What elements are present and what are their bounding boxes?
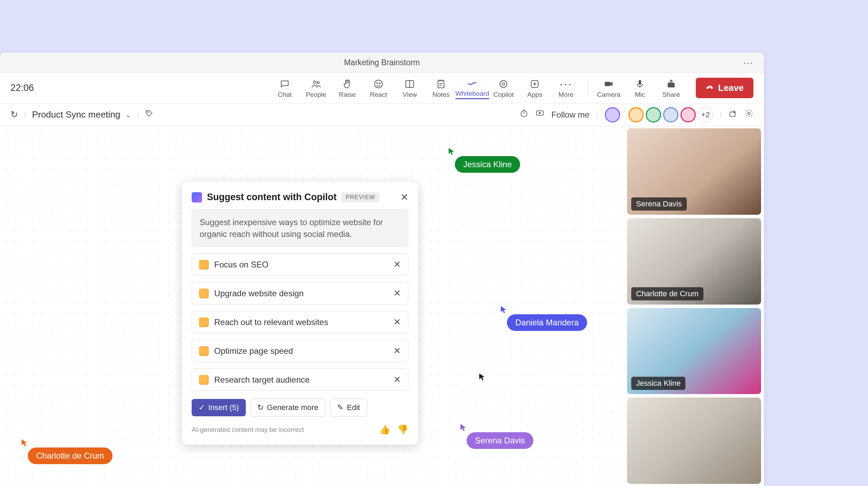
avatar[interactable] (605, 107, 620, 122)
remove-suggestion-icon[interactable]: ✕ (393, 317, 401, 327)
raise-label: Raise (339, 91, 356, 99)
remove-suggestion-icon[interactable]: ✕ (393, 288, 401, 299)
suggestion-item[interactable]: Reach out to relevant websites ✕ (192, 311, 408, 333)
copilot-footer: AI-generated content may be incorrect 👍 … (192, 424, 408, 435)
subbar-left: ↻ | Product Sync meeting ⌄ | (10, 109, 153, 120)
copilot-header: Suggest content with Copilot PREVIEW ✕ (192, 191, 408, 203)
notes-icon (436, 78, 446, 90)
cursor-icon (21, 438, 28, 447)
toolbar-buttons: Chat People Raise React (271, 76, 753, 100)
pencil-icon: ✎ (337, 403, 343, 412)
thumbs-up-icon[interactable]: 👍 (379, 424, 390, 435)
camera-icon (603, 78, 614, 90)
react-button[interactable]: React (365, 76, 392, 100)
close-icon[interactable]: ✕ (400, 191, 408, 203)
mic-label: Mic (635, 91, 645, 99)
board-name-dropdown[interactable]: Product Sync meeting ⌄ (32, 109, 131, 120)
more-options-icon[interactable]: ··· (743, 57, 753, 68)
webcam-tile[interactable]: Serena Davis (627, 128, 761, 215)
sticky-note-icon (199, 317, 209, 327)
cursor-icon (478, 373, 486, 382)
svg-point-2 (375, 80, 383, 88)
chat-button[interactable]: Chat (271, 76, 298, 100)
svg-rect-7 (438, 80, 444, 88)
tag-icon[interactable] (145, 109, 153, 120)
leave-label: Leave (718, 83, 744, 93)
react-icon (373, 78, 384, 90)
settings-icon[interactable] (744, 109, 753, 120)
webcam-tile[interactable] (627, 398, 761, 484)
avatar[interactable] (646, 107, 661, 122)
edit-button[interactable]: ✎ Edit (330, 399, 367, 417)
notes-button[interactable]: Notes (427, 76, 454, 100)
subbar-right: Follow me | | +2 | (519, 107, 753, 122)
share-board-icon[interactable] (728, 109, 737, 120)
suggestion-item[interactable]: Optimize page speed ✕ (192, 340, 408, 362)
avatar-overflow-count[interactable]: +2 (698, 107, 713, 122)
insert-label: Insert (5) (208, 403, 239, 412)
apps-button[interactable]: Apps (521, 76, 548, 100)
share-label: Share (662, 91, 680, 99)
content-area: Jessica Kline Daniela Mandera Serena Dav… (0, 126, 764, 486)
timer-icon[interactable] (519, 109, 528, 120)
svg-point-14 (502, 83, 505, 85)
sticky-note-icon (199, 289, 209, 298)
avatar[interactable] (663, 107, 678, 122)
webcam-name: Serena Davis (631, 197, 687, 211)
chat-icon (279, 78, 290, 90)
webcam-tile[interactable]: Charlotte de Crum (627, 218, 761, 305)
leave-icon (706, 84, 715, 93)
view-label: View (403, 91, 417, 99)
view-icon (404, 78, 415, 90)
participant-avatars: | +2 (605, 107, 713, 122)
svg-point-21 (147, 112, 148, 113)
follow-me-label[interactable]: Follow me (551, 110, 589, 120)
cursor-label: Jessica Kline (455, 156, 520, 173)
avatar[interactable] (681, 107, 696, 122)
webcam-name: Jessica Kline (631, 377, 685, 390)
whiteboard-button[interactable]: Whiteboard (459, 76, 486, 100)
view-button[interactable]: View (396, 76, 423, 100)
raise-button[interactable]: Raise (334, 76, 361, 100)
remote-cursor-charlotte: Charlotte de Crum (21, 438, 112, 464)
thumbs-down-icon[interactable]: 👎 (397, 424, 408, 435)
remote-cursor-black (478, 373, 486, 383)
mic-button[interactable]: Mic (626, 76, 653, 100)
insert-button[interactable]: ✓ Insert (5) (192, 399, 246, 416)
generate-more-button[interactable]: ↻ Generate more (250, 399, 326, 417)
remote-cursor-daniela: Daniela Mandera (500, 305, 587, 331)
redo-icon[interactable]: ↻ (10, 109, 18, 120)
more-button[interactable]: ··· More (552, 76, 579, 100)
remove-suggestion-icon[interactable]: ✕ (393, 259, 401, 270)
svg-rect-18 (605, 82, 610, 86)
suggestion-item[interactable]: Research target audience ✕ (192, 368, 408, 391)
more-label: More (559, 91, 574, 99)
meeting-title: Marketing Brainstorm (344, 58, 420, 67)
svg-point-4 (379, 83, 381, 84)
whiteboard-subbar: ↻ | Product Sync meeting ⌄ | Follow me |… (0, 103, 764, 126)
suggestion-item[interactable]: Focus on SEO ✕ (192, 253, 408, 276)
avatar[interactable] (628, 107, 644, 122)
svg-point-13 (500, 80, 507, 87)
remove-suggestion-icon[interactable]: ✕ (393, 374, 401, 385)
present-icon[interactable] (535, 109, 544, 120)
share-button[interactable]: Share (658, 76, 685, 100)
webcam-tile[interactable]: Jessica Kline (627, 308, 761, 394)
whiteboard-canvas[interactable]: Jessica Kline Daniela Mandera Serena Dav… (0, 126, 627, 486)
copilot-button[interactable]: Copilot (490, 76, 517, 100)
suggestion-item[interactable]: Upgrade website design ✕ (192, 282, 408, 305)
svg-point-1 (317, 82, 319, 84)
more-horizontal-icon: ··· (560, 78, 573, 90)
cursor-icon (460, 423, 467, 432)
remove-suggestion-icon[interactable]: ✕ (393, 346, 401, 356)
leave-button[interactable]: Leave (696, 78, 753, 98)
people-button[interactable]: People (302, 76, 329, 100)
chevron-down-icon: ⌄ (125, 111, 131, 119)
notes-label: Notes (432, 91, 450, 99)
copilot-prompt-input[interactable]: Suggest inexpensive ways to optimize web… (192, 209, 408, 247)
svg-point-0 (314, 81, 316, 84)
camera-button[interactable]: Camera (595, 76, 622, 100)
sticky-note-icon (199, 375, 209, 385)
copilot-logo-icon (192, 192, 202, 203)
svg-point-27 (748, 112, 750, 115)
